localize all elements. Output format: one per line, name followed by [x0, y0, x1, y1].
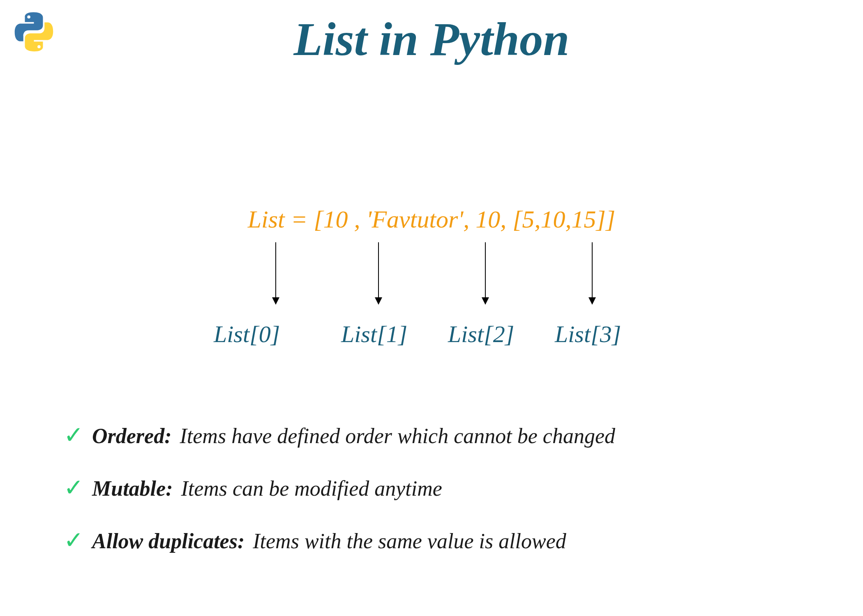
index-label-3: List[3] [555, 320, 621, 348]
arrow-down-icon [592, 242, 593, 304]
property-name: Ordered: [92, 424, 172, 448]
property-mutable: ✓ Mutable: Items can be modified anytime [64, 473, 803, 501]
index-label-1: List[1] [341, 320, 407, 348]
property-desc: Items can be modified anytime [181, 476, 442, 501]
checkmark-icon: ✓ [64, 526, 84, 554]
property-desc: Items with the same value is allowed [253, 529, 566, 553]
property-duplicates: ✓ Allow duplicates: Items with the same … [64, 526, 803, 554]
checkmark-icon: ✓ [64, 421, 84, 449]
properties-list: ✓ Ordered: Items have defined order whic… [64, 421, 803, 579]
svg-point-0 [27, 15, 30, 18]
list-definition-code: List = [10 , 'Favtutor', 10, [5,10,15]] [248, 205, 616, 234]
property-desc: Items have defined order which cannot be… [180, 424, 615, 448]
index-label-2: List[2] [448, 320, 514, 348]
arrow-down-icon [485, 242, 486, 304]
property-name: Mutable: [92, 476, 173, 501]
arrow-down-icon [275, 242, 276, 304]
property-ordered: ✓ Ordered: Items have defined order whic… [64, 421, 803, 449]
arrow-down-icon [378, 242, 379, 304]
index-label-0: List[0] [214, 320, 280, 348]
checkmark-icon: ✓ [64, 473, 84, 501]
page-title: List in Python [294, 12, 570, 67]
python-logo-icon [12, 10, 55, 53]
svg-point-1 [37, 45, 41, 48]
property-name: Allow duplicates: [92, 529, 245, 553]
